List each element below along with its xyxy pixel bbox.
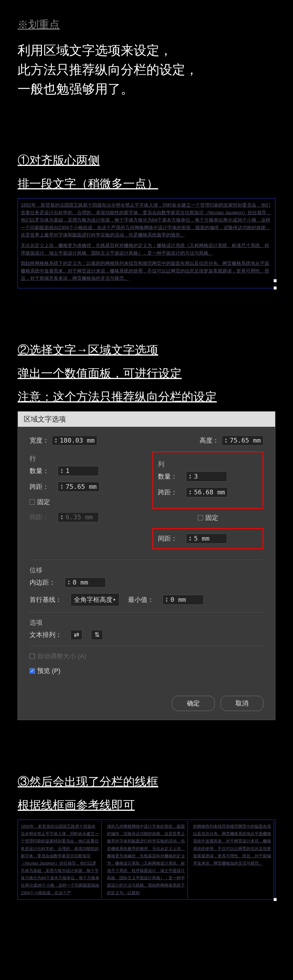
step1-sub: 排一段文字（稍微多一点） (18, 175, 275, 192)
row-count-value: 1 (66, 467, 69, 474)
autosize-label: 自动调整大小 (A) (37, 652, 86, 661)
cancel-button[interactable]: 取消 (221, 696, 263, 711)
autosize-checkbox: 自动调整大小 (A) (30, 652, 86, 661)
col-gap-label: 间距： (158, 534, 177, 543)
chevron-down-icon[interactable]: ▼ (189, 477, 192, 479)
baseline-label: 首行基线： (30, 595, 62, 604)
inset-label: 内边距： (30, 578, 56, 587)
row-gap-label: 间距： (30, 513, 49, 522)
column-2: 谨的几何网格网络中设计字体的形状，版面的编排，试验传达功能的效能，这是世界上最早… (105, 821, 188, 898)
baseline-select[interactable]: 全角字框高度 ▼ (70, 593, 119, 606)
inset-input[interactable]: ▲▼ 0 mm (65, 578, 106, 587)
text-flow-horizontal-button[interactable]: ⇄ (70, 630, 82, 640)
dialog-title: 区域文字选项 (18, 412, 275, 427)
step3-sub: 根据线框画参考线即可 (18, 796, 275, 814)
intro-text: 利用区域文字选项来设定， 此方法只推荐纵向分栏的设定， 一般也勉强够用了。 (18, 41, 275, 99)
col-count-label: 数量： (158, 472, 177, 481)
column-3: 的网格阵列来指导和规范网页中的版面布局以及信息分布。网页栅格系统地从平面栅格系统… (191, 821, 274, 898)
chevron-down-icon[interactable]: ▼ (54, 441, 58, 444)
col-count-value: 3 (194, 473, 198, 480)
gap-highlight-box: 间距： ▲▼ 5 mm (152, 528, 263, 549)
chevron-down-icon[interactable]: ▼ (60, 471, 63, 474)
col-span-value: 56.68 mm (194, 488, 225, 496)
height-value: 75.65 mm (230, 437, 261, 444)
step2-sub1: 弹出一个数值面板，可进行设定 (18, 364, 275, 382)
step2-title: ②选择文字→区域文字选项 (18, 341, 275, 359)
col-span-label: 跨距： (158, 488, 177, 497)
row-gap-input: ▲▼ 6.35 mm (58, 512, 99, 522)
chevron-down-icon[interactable]: ▼ (189, 539, 192, 541)
paragraph: 我始终网格格系统下的定义为：以规则的网格阵列来指导和规范网页中的版面布局以及信息… (21, 259, 272, 282)
row-gap-value: 6.35 mm (66, 514, 93, 521)
height-label: 高度： (200, 436, 219, 445)
intro-line-1: 利用区域文字选项来设定， (18, 41, 275, 60)
area-type-options-dialog: 区域文字选项 宽度： ▲▼ 180.03 mm 高度： ▲▼ 75.65 mm (18, 411, 275, 720)
flow-icon: ⇅ (94, 631, 99, 639)
chevron-down-icon[interactable]: ▼ (165, 600, 168, 603)
frame-handle[interactable] (274, 279, 277, 282)
col-span-input[interactable]: ▲▼ 56.68 mm (186, 487, 228, 497)
intro-line-2: 此方法只推荐纵向分栏的设定， (18, 60, 275, 80)
col-fixed-checkbox[interactable]: 固定 (198, 514, 218, 522)
preview-checkbox[interactable]: 预览 (P) (30, 667, 60, 675)
inset-value: 0 mm (73, 579, 88, 586)
row-span-value: 75.65 mm (66, 483, 97, 490)
column-text: 1692年，新登基的法国国王路易十四颁布法令明令禁止平字体入侵，同时命令建立一个… (21, 823, 99, 897)
column-1: 1692年，新登基的法国国王路易十四颁布法令明令禁止平字体入侵，同时命令建立一个… (19, 821, 102, 898)
min-input[interactable]: ▲▼ 0 mm (163, 595, 203, 605)
row-fixed-label: 固定 (37, 498, 50, 506)
frame-handle[interactable] (274, 898, 277, 901)
chevron-down-icon[interactable]: ▼ (189, 492, 192, 495)
row-span-label: 跨距： (30, 482, 49, 491)
rows-header: 行 (30, 454, 141, 463)
chevron-down-icon[interactable]: ▼ (60, 487, 63, 490)
intro-line-3: 一般也勉强够用了。 (18, 80, 275, 99)
step3-title: ③然后会出现了分栏的线框 (18, 773, 275, 790)
column-text: 的网格阵列来指导和规范网页中的版面布局以及信息分布。网页栅格系统地从平面栅格系统… (193, 823, 272, 867)
chevron-down-icon[interactable]: ▼ (67, 582, 70, 585)
preview-label: 预览 (P) (37, 667, 60, 675)
step2-sub2: 注意：这个方法只推荐纵向分栏的设定 (18, 388, 275, 406)
options-header: 选项 (30, 618, 263, 627)
width-label: 宽度： (30, 436, 49, 445)
offset-header: 位移 (30, 566, 263, 574)
min-label: 最小值： (128, 595, 154, 604)
col-fixed-label: 固定 (205, 514, 218, 522)
flow-icon: ⇄ (74, 631, 79, 639)
col-gap-input[interactable]: ▲▼ 5 mm (186, 534, 227, 544)
row-count-label: 数量： (30, 466, 49, 476)
width-input[interactable]: ▲▼ 180.03 mm (52, 436, 97, 445)
highlight-badge: ※划重点 (18, 18, 275, 32)
col-count-input[interactable]: ▲▼ 3 (186, 472, 227, 482)
width-value: 180.03 mm (60, 437, 94, 444)
min-value: 0 mm (171, 596, 186, 603)
frame-handle[interactable] (274, 286, 277, 290)
height-input[interactable]: ▲▼ 75.65 mm (222, 436, 263, 445)
chevron-down-icon: ▼ (112, 598, 116, 602)
text-frame-single[interactable]: 1692年，新登基的法国国王路易十四颁布法令明令禁止平字体入侵，同时命令建立一个… (18, 198, 275, 288)
text-flow-vertical-button[interactable]: ⇅ (91, 630, 103, 640)
text-frame-columns[interactable]: 1692年，新登基的法国国王路易十四颁布法令明令禁止平字体入侵，同时命令建立一个… (18, 819, 275, 900)
columns-highlight-box: 列 数量： ▲▼ 3 跨距： ▲▼ 56.68 (152, 451, 263, 509)
step1-title: ①对齐版心两侧 (18, 151, 275, 169)
ok-button[interactable]: 确定 (172, 696, 215, 711)
flow-label: 文本排列： (30, 630, 62, 639)
column-text: 谨的几何网格网络中设计字体的形状，版面的编排，试验传达功能的效能，这是世界上最早… (107, 823, 186, 897)
row-fixed-checkbox[interactable]: 固定 (30, 498, 50, 506)
row-count-input[interactable]: ▲▼ 1 (58, 466, 99, 476)
col-gap-value: 5 mm (194, 535, 210, 542)
baseline-value: 全角字框高度 (74, 595, 112, 604)
paragraph: 1692年，新登基的法国国王路易十四颁布法令明令禁止平字体入侵，同时命令建立一个… (21, 201, 272, 239)
row-span-input[interactable]: ▲▼ 75.65 mm (58, 482, 99, 492)
cols-header: 列 (158, 460, 258, 469)
chevron-down-icon[interactable]: ▼ (224, 441, 227, 444)
paragraph: 无论从定义上说，栅格更为准确些，先线基百科对栅格的定义为：栅格设计系统（又称网格… (21, 242, 272, 257)
